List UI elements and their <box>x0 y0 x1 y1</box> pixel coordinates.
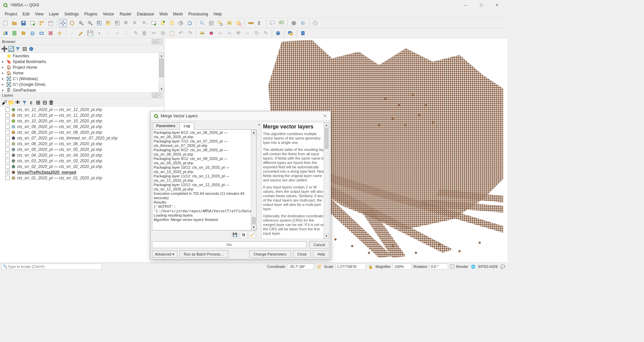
coordinate-field[interactable]: -25.7°,98° <box>287 264 314 270</box>
annotation-icon[interactable]: T <box>277 19 285 27</box>
label-pin-icon[interactable]: abc <box>225 29 233 37</box>
menu-database[interactable]: Database <box>134 11 157 17</box>
lock-scale-icon[interactable]: 🔒 <box>368 264 374 270</box>
show-bookmarks-icon[interactable] <box>168 19 176 27</box>
cancel-button[interactable]: Cancel <box>309 241 329 248</box>
add-group-icon[interactable]: 📁 <box>8 100 14 106</box>
new-print-layout-icon[interactable] <box>29 19 37 27</box>
layer-row[interactable]: cts_srr_01_2020_pt — cts_srr_01_2020_pt.… <box>0 175 164 181</box>
layer-visibility-checkbox[interactable] <box>5 141 10 146</box>
zoom-in-icon[interactable] <box>77 19 85 27</box>
menu-raster[interactable]: Raster <box>117 11 134 17</box>
help-contents-icon[interactable]: ? <box>299 29 307 37</box>
minimize-button[interactable]: — <box>458 0 473 10</box>
cut-icon[interactable]: ✂ <box>150 29 158 37</box>
zoom-next-icon[interactable] <box>141 19 149 27</box>
label-show-icon[interactable]: 👁 <box>234 29 243 37</box>
layer-visibility-checkbox[interactable] <box>5 159 10 163</box>
new-virtual-layer-icon[interactable] <box>38 29 46 37</box>
log-scrollbar[interactable]: ▲▼ <box>251 130 256 230</box>
delete-selected-icon[interactable]: 🗑 <box>141 29 149 37</box>
add-feature-icon[interactable]: • <box>95 29 103 37</box>
move-feature-icon[interactable]: ↔ <box>113 29 121 37</box>
menu-web[interactable]: Web <box>157 11 170 17</box>
new-gps-icon[interactable] <box>56 29 64 37</box>
label-move-icon[interactable]: ↔ <box>244 29 252 37</box>
layer-row[interactable]: cts_srr_11_2020_pt — cts_srr_11_2020_pt.… <box>0 112 164 118</box>
save-project-icon[interactable] <box>19 19 28 27</box>
add-layer-icon[interactable]: ➕ <box>1 46 7 52</box>
menu-edit[interactable]: Edit <box>20 11 32 17</box>
new-geopackage-icon[interactable] <box>10 29 18 37</box>
browser-tree[interactable]: ⭐Favorites▸🔖Spatial Bookmarks▸🏠Project H… <box>0 53 164 92</box>
browser-item[interactable]: ▸💽C:\ (Windows) <box>0 76 164 81</box>
browser-undock-button[interactable]: ◫ <box>152 39 157 44</box>
help-scrollbar[interactable]: ▲▼ <box>324 122 329 239</box>
statistics-icon[interactable]: Σ <box>256 19 264 27</box>
locator-input[interactable] <box>1 264 102 270</box>
diagram-toolbar-icon[interactable] <box>207 29 215 37</box>
browser-close-button[interactable]: × <box>157 39 162 44</box>
pan-to-selection-icon[interactable] <box>68 19 76 27</box>
identify-icon[interactable]: i <box>198 19 206 27</box>
data-source-manager-icon[interactable] <box>1 29 9 37</box>
layer-row[interactable]: cts_srr_08_2020_pt — cts_srr_08_2020_pt.… <box>0 129 164 135</box>
save-log-button[interactable]: 💾 <box>231 231 238 238</box>
layer-visibility-checkbox[interactable] <box>5 147 10 152</box>
properties-widget-icon[interactable]: i <box>28 46 34 52</box>
new-shapefile-icon[interactable] <box>19 29 28 37</box>
browser-item[interactable]: ▸🔖Spatial Bookmarks <box>0 59 164 64</box>
copy-log-button[interactable]: ⧉ <box>240 231 247 238</box>
layer-visibility-checkbox[interactable] <box>5 136 10 140</box>
menu-project[interactable]: Project <box>2 11 20 17</box>
label-toolbar-icon[interactable]: abc <box>198 29 206 37</box>
magnifier-field[interactable]: 100% <box>393 264 412 270</box>
zoom-selection-icon[interactable] <box>104 19 112 27</box>
layer-row[interactable]: cts_srr_05_2020_pt — cts_srr_05_2020_pt.… <box>0 147 164 152</box>
collapse-all-layers-icon[interactable]: ⊟ <box>42 100 48 106</box>
layer-visibility-checkbox[interactable] <box>5 119 10 123</box>
temporal-icon[interactable] <box>177 19 185 27</box>
algorithm-help[interactable]: Merge vector layers This algorithm combi… <box>261 122 329 239</box>
pan-icon[interactable] <box>59 19 67 27</box>
layer-visibility-checkbox[interactable] <box>5 107 10 112</box>
open-project-icon[interactable] <box>10 19 18 27</box>
zoom-layer-icon[interactable] <box>113 19 121 27</box>
layer-row[interactable]: cts_srr_03_2020_pt — cts_srr_03_2020_pt.… <box>0 158 164 164</box>
expand-all-icon[interactable]: ⊞ <box>35 100 41 106</box>
layer-visibility-checkbox[interactable] <box>5 170 10 174</box>
toolbox-icon[interactable] <box>290 19 298 27</box>
menu-plugins[interactable]: Plugins <box>82 11 100 17</box>
layer-row[interactable]: cts_srr_09_2020_pt — cts_srr_09_2020_pt.… <box>0 124 164 129</box>
map-tips-icon[interactable] <box>268 19 276 27</box>
crs-icon[interactable]: 🌐 <box>470 264 476 270</box>
new-map-view-icon[interactable] <box>150 19 158 27</box>
refresh-browser-icon[interactable]: 🔄 <box>8 46 14 52</box>
layer-visibility-checkbox[interactable] <box>5 164 10 169</box>
tab-parameters[interactable]: Parameters <box>152 122 180 130</box>
help-collapse-handle[interactable]: ◂ <box>258 122 260 239</box>
label-highlight-icon[interactable]: abc <box>216 29 224 37</box>
menu-mesh[interactable]: Mesh <box>170 11 185 17</box>
menu-view[interactable]: View <box>32 11 46 17</box>
layers-close-button[interactable]: × <box>157 93 162 98</box>
extents-toggle-icon[interactable]: 🧭 <box>316 264 322 270</box>
menu-help[interactable]: Help <box>211 11 225 17</box>
toggle-editing-icon[interactable] <box>77 29 85 37</box>
menu-layer[interactable]: Layer <box>46 11 62 17</box>
new-spatialite-icon[interactable] <box>29 29 37 37</box>
browser-item[interactable]: ▸🏠Home <box>0 70 164 76</box>
browser-item[interactable]: ▸💽G:\ (Google Drive) <box>0 81 164 87</box>
undo-icon[interactable]: ↶ <box>177 29 185 37</box>
layer-visibility-checkbox[interactable] <box>5 124 10 129</box>
zoom-native-icon[interactable]: 1:1 <box>122 19 130 27</box>
messages-icon[interactable]: 💬 <box>500 264 506 270</box>
layer-row[interactable]: VesselTrafficData2020_merged <box>0 169 164 175</box>
layers-list[interactable]: cts_srr_12_2020_pt — cts_srr_12_2020_pt.… <box>0 107 164 263</box>
layers-undock-button[interactable]: ◫ <box>152 93 157 98</box>
edits-icon[interactable] <box>68 29 76 37</box>
menu-vector[interactable]: Vector <box>100 11 117 17</box>
help-button[interactable]: Help <box>313 250 329 258</box>
zoom-last-icon[interactable] <box>131 19 140 27</box>
remove-layer-icon[interactable]: 🗑 <box>48 100 54 106</box>
